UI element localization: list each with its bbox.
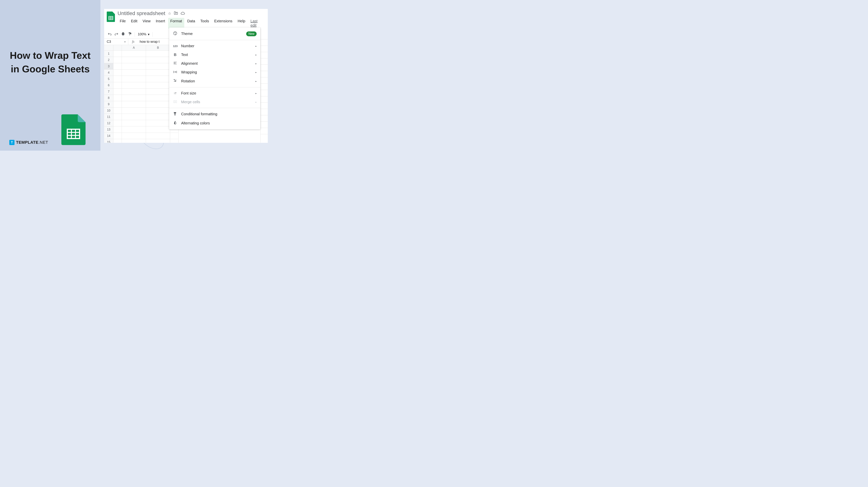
- menu-data[interactable]: Data: [185, 18, 197, 29]
- select-all-corner[interactable]: [104, 45, 114, 51]
- chevron-right-icon: ▸: [255, 92, 257, 95]
- menu-merge-cells-label: Merge cells: [181, 100, 252, 104]
- menu-conditional-label: Conditional formatting: [181, 112, 257, 116]
- menu-edit[interactable]: Edit: [129, 18, 140, 29]
- row-header[interactable]: 7: [104, 89, 114, 95]
- row-header[interactable]: 5: [104, 76, 114, 82]
- bold-icon: B: [173, 53, 177, 57]
- menu-insert[interactable]: Insert: [154, 18, 167, 29]
- row-header[interactable]: 9: [104, 101, 114, 108]
- chevron-down-icon: ▾: [148, 32, 150, 36]
- cell-ref-value: C3: [107, 40, 111, 44]
- row-header[interactable]: 10: [104, 108, 114, 114]
- menu-font-size[interactable]: TT Font size ▸: [169, 89, 260, 98]
- star-icon[interactable]: ☆: [168, 11, 171, 16]
- title-area: Untitled spreadsheet ☆ File Edit View In…: [118, 10, 265, 29]
- row-header[interactable]: 8: [104, 95, 114, 101]
- template-brand-icon: T: [9, 140, 14, 145]
- wrapping-icon: [173, 70, 177, 74]
- chevron-right-icon: ▸: [255, 62, 257, 65]
- row-header[interactable]: 1: [104, 51, 114, 57]
- menu-theme[interactable]: Theme New: [169, 29, 260, 38]
- menu-format[interactable]: Format: [168, 18, 184, 29]
- tutorial-panel: How to Wrap Text in Google Sheets T TEMP…: [0, 0, 100, 151]
- menu-alternating-label: Alternating colors: [181, 121, 257, 125]
- format-dropdown-menu: Theme New 123 Number ▸ B Text ▸ Alignmen…: [169, 28, 260, 129]
- row-header[interactable]: 6: [104, 82, 114, 89]
- menu-help[interactable]: Help: [236, 18, 248, 29]
- formula-input[interactable]: how to wrap t: [138, 40, 161, 44]
- menu-wrapping[interactable]: Wrapping ▸: [169, 68, 260, 77]
- menu-rotation-label: Rotation: [181, 79, 252, 83]
- menu-rotation[interactable]: Rotation ▸: [169, 77, 260, 86]
- conditional-format-icon: [173, 112, 177, 116]
- row-header[interactable]: 12: [104, 120, 114, 126]
- cell-reference[interactable]: C3 ▾: [104, 39, 128, 45]
- paint-format-icon[interactable]: [128, 32, 132, 37]
- chevron-right-icon: ▸: [255, 80, 257, 83]
- column-header-b[interactable]: B: [146, 45, 170, 51]
- rotation-icon: [173, 79, 177, 84]
- tutorial-title: How to Wrap Text in Google Sheets: [7, 49, 93, 76]
- menu-font-size-label: Font size: [181, 91, 252, 95]
- font-size-icon: TT: [173, 92, 177, 95]
- menu-alternating-colors[interactable]: Alternating colors: [169, 119, 260, 128]
- chevron-right-icon: ▸: [255, 71, 257, 73]
- svg-rect-20: [174, 112, 176, 114]
- print-icon[interactable]: [121, 32, 125, 37]
- menu-text[interactable]: B Text ▸: [169, 51, 260, 59]
- fx-label: fx: [128, 40, 138, 44]
- svg-rect-19: [176, 100, 177, 103]
- chevron-down-icon: ▾: [124, 40, 125, 43]
- menu-divider: [169, 108, 260, 108]
- new-badge: New: [246, 31, 257, 36]
- menu-theme-label: Theme: [181, 32, 243, 36]
- brand-suffix: .NET: [38, 140, 48, 145]
- svg-point-12: [176, 33, 176, 33]
- chevron-right-icon: ▸: [255, 54, 257, 56]
- menu-view[interactable]: View: [141, 18, 153, 29]
- menu-last-edit[interactable]: Last edit: [248, 18, 265, 29]
- menu-file[interactable]: File: [118, 18, 128, 29]
- google-sheets-logo-icon: [107, 11, 115, 22]
- svg-rect-18: [174, 100, 175, 103]
- chevron-right-icon: ▸: [255, 101, 257, 103]
- move-folder-icon[interactable]: [174, 11, 178, 16]
- brand-name: TEMPLATE: [16, 140, 38, 145]
- svg-rect-21: [175, 114, 175, 115]
- zoom-dropdown[interactable]: 100% ▾: [138, 32, 150, 36]
- row-header[interactable]: 11: [104, 114, 114, 120]
- row-header[interactable]: 2: [104, 57, 114, 63]
- number-icon: 123: [173, 44, 177, 48]
- menu-extensions[interactable]: Extensions: [212, 18, 235, 29]
- column-header-partial[interactable]: [114, 45, 122, 51]
- menu-merge-cells: Merge cells ▸: [169, 98, 260, 106]
- undo-icon[interactable]: [108, 32, 112, 36]
- template-brand: T TEMPLATE.NET: [9, 140, 48, 145]
- document-title[interactable]: Untitled spreadsheet: [118, 10, 165, 17]
- row-header[interactable]: 14: [104, 133, 114, 139]
- row-header[interactable]: 4: [104, 69, 114, 76]
- menu-wrapping-label: Wrapping: [181, 70, 252, 74]
- menu-alignment[interactable]: Alignment ▸: [169, 59, 260, 68]
- sheets-header: Untitled spreadsheet ☆ File Edit View In…: [104, 9, 268, 29]
- column-header-a[interactable]: A: [122, 45, 146, 51]
- palette-icon: [173, 31, 177, 36]
- svg-point-11: [175, 32, 176, 33]
- row-header[interactable]: 15: [104, 139, 114, 143]
- redo-icon[interactable]: [115, 32, 118, 36]
- svg-point-10: [174, 33, 175, 33]
- chevron-right-icon: ▸: [255, 45, 257, 48]
- menu-tools[interactable]: Tools: [198, 18, 211, 29]
- row-header[interactable]: 3: [104, 63, 114, 69]
- cloud-status-icon[interactable]: [181, 11, 185, 16]
- menu-bar: File Edit View Insert Format Data Tools …: [118, 18, 265, 29]
- row-headers: 1 2 3 4 5 6 7 8 9 10 11 12 13 14 15: [104, 51, 114, 143]
- doc-title-row: Untitled spreadsheet ☆: [118, 10, 265, 17]
- menu-text-label: Text: [181, 53, 252, 57]
- svg-rect-22: [174, 115, 176, 115]
- menu-conditional-formatting[interactable]: Conditional formatting: [169, 110, 260, 119]
- merge-cells-icon: [173, 100, 177, 104]
- row-header[interactable]: 13: [104, 126, 114, 133]
- menu-number[interactable]: 123 Number ▸: [169, 42, 260, 51]
